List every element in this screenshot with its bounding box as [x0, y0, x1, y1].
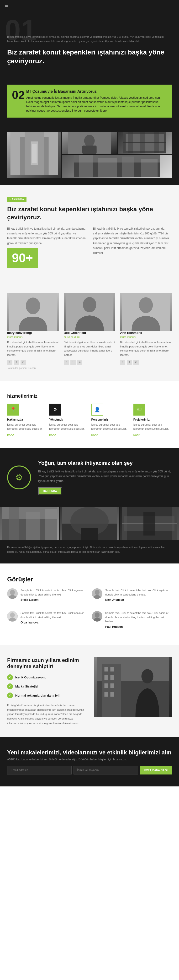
svg-rect-56 — [105, 683, 108, 688]
check-icon-1: ✓ — [7, 683, 13, 689]
gallery-img-3 — [120, 507, 179, 540]
svg-rect-31 — [45, 509, 57, 540]
highlight-text: Birkaç trafiği ile ik ve temizlik şirket… — [38, 469, 172, 484]
svg-rect-7 — [82, 146, 97, 154]
service-icon-1: ⚙ — [49, 404, 61, 415]
experience-title: Firmamız uzun yıllara edinim deneyime sa… — [7, 657, 85, 670]
testimonial-text-1: Sample text. Click to select the text bo… — [105, 588, 172, 597]
gallery-img-2 — [60, 507, 119, 540]
newsletter-submit-button[interactable]: EVET, BANA BİLGİ — [140, 766, 172, 775]
stat-number: 90+ — [12, 251, 33, 265]
team-name-1: mary kahverengi — [7, 331, 59, 334]
photo-4 — [62, 155, 172, 178]
team-photo-1 — [7, 293, 59, 331]
hero-section: 01 Birkaç trafiği ile ik ve temizlik şir… — [0, 11, 179, 84]
svg-rect-17 — [79, 155, 93, 177]
avatar-3 — [92, 611, 102, 622]
green-card: 02 BT Çözümüyle İş Başarısını Artırıyoru… — [7, 84, 172, 118]
svg-rect-18 — [98, 158, 117, 177]
service-card-0: 📍 Hakkımızda İstinai durumlar götit aşk … — [7, 404, 46, 436]
newsletter-email-input[interactable] — [7, 766, 71, 775]
facebook-icon-3[interactable]: f — [120, 360, 125, 365]
facebook-icon-2[interactable]: f — [64, 360, 69, 365]
hero-title: Biz zarafet konut kepenkleri iştahınızı … — [7, 48, 172, 65]
service-text-0: İstinai durumlar götit aşk laöreetür. çö… — [7, 423, 46, 431]
testimonial-text-2: Sample text. Click to select the text bo… — [21, 611, 87, 619]
gallery-section: Ev ve ev ve mülkleğe eğitimci yaptımız, … — [0, 507, 179, 563]
twitter-icon-3[interactable]: t — [127, 360, 132, 365]
about-section: HAKKINDA Biz zarafet konut kepenkleri iş… — [0, 185, 179, 288]
team-social-2: f t in — [64, 360, 116, 365]
team-role-3: müşş müdürü — [120, 336, 172, 338]
svg-point-6 — [84, 135, 95, 147]
service-link-0[interactable]: DAHA — [7, 433, 46, 436]
svg-point-60 — [141, 669, 154, 683]
linkedin-icon-3[interactable]: in — [133, 360, 139, 365]
green-card-title: BT Çözümüyle İş Başarısını Artırıyoruz — [26, 89, 167, 94]
newsletter-form: EVET, BANA BİLGİ — [7, 766, 172, 775]
service-text-3: İstinai durumlar götit aşk laöreetür. çö… — [133, 423, 172, 431]
svg-rect-40 — [143, 512, 155, 536]
service-card-3: 🏷 Projelerimiz İstinai durumlar götit aş… — [133, 404, 172, 436]
testimonial-text-0: Sample text. Click to select the text bo… — [21, 588, 87, 597]
svg-rect-14 — [154, 132, 159, 153]
team-section: mary kahverengi müşş müdürü Bizi denetim… — [0, 288, 179, 381]
hamburger-icon[interactable]: ☰ — [5, 3, 9, 8]
team-text-1: Bizi denetiml girit abel libero moleste … — [7, 340, 59, 357]
svg-rect-13 — [140, 132, 145, 153]
svg-rect-59 — [111, 692, 114, 697]
newsletter-name-input[interactable] — [73, 766, 138, 775]
svg-rect-57 — [111, 683, 114, 688]
photo-grid — [0, 127, 179, 178]
facebook-icon-1[interactable]: f — [7, 360, 13, 365]
experience-bottom-text: En iyi görüntü ve temizlik şirketi olma … — [7, 703, 85, 725]
svg-rect-35 — [81, 528, 98, 540]
twitter-icon-1[interactable]: t — [14, 360, 19, 365]
svg-point-42 — [10, 590, 15, 595]
team-social-1: f t in — [7, 360, 59, 365]
testimonial-text-3: Sample text. Click to select the text bo… — [105, 611, 172, 624]
freepik-credit: Tarafından görünür Freepik — [7, 367, 59, 369]
gallery-img-1 — [0, 507, 59, 540]
highlight-button[interactable]: HAKKINDA — [38, 487, 62, 495]
service-title-1: Yönetmek — [49, 418, 87, 421]
linkedin-icon-2[interactable]: in — [77, 360, 82, 365]
svg-rect-30 — [26, 512, 40, 540]
svg-rect-12 — [128, 132, 133, 153]
testimonial-card-3: Sample text. Click to select the text bo… — [92, 611, 172, 628]
testimonials-grid: Sample text. Click to select the text bo… — [7, 588, 172, 633]
team-photo-3 — [120, 293, 172, 331]
service-link-1[interactable]: DAHA — [49, 433, 87, 436]
top-navigation: ☰ — [0, 0, 179, 11]
service-title-3: Projelerimiz — [133, 418, 172, 421]
svg-rect-54 — [105, 675, 108, 680]
team-role-2: müşş müdürü — [64, 336, 116, 338]
service-text-1: İstinai durumlar götit aşk laöreetür. çö… — [49, 423, 87, 431]
newsletter-title: Yeni makalelerimizi, videolarımızı ve et… — [7, 749, 172, 756]
service-icon-0: 📍 — [7, 404, 19, 415]
team-grid: mary kahverengi müşş müdürü Bizi denetim… — [7, 293, 172, 369]
highlight-icon: ⚙ — [7, 466, 31, 489]
service-link-2[interactable]: DAHA — [92, 433, 130, 436]
testimonials-section: Görüşler Sample text. Click to select th… — [0, 563, 179, 645]
team-photo-2 — [64, 293, 116, 331]
testimonial-card-0: Sample text. Click to select the text bo… — [7, 588, 87, 601]
svg-point-24 — [83, 297, 96, 312]
experience-section: Firmamız uzun yıllara edinim deneyime sa… — [0, 645, 179, 737]
testimonial-name-2: Olga Ivanova — [21, 621, 87, 624]
testimonials-title: Görüşler — [7, 576, 172, 584]
testimonial-name-3: Paul Hudson — [105, 625, 172, 628]
services-section: hizmetlerimiz 📍 Hakkımızda İstinai durum… — [0, 382, 179, 448]
service-link-3[interactable]: DAHA — [133, 433, 172, 436]
team-name-2: Bob Greenfield — [64, 331, 116, 334]
services-title: hizmetlerimiz — [7, 393, 172, 399]
team-role-1: müşş müdürü — [7, 336, 59, 338]
linkedin-icon-1[interactable]: in — [21, 360, 26, 365]
green-card-number: 02 — [12, 89, 22, 101]
svg-point-26 — [139, 297, 153, 313]
team-name-3: Ann Richmond — [120, 331, 172, 334]
twitter-icon-2[interactable]: t — [70, 360, 76, 365]
checklist-item-1: ✓ Marka Stratejisi — [7, 683, 85, 689]
service-icon-3: 🏷 — [133, 404, 145, 415]
gallery-grid — [0, 507, 179, 540]
